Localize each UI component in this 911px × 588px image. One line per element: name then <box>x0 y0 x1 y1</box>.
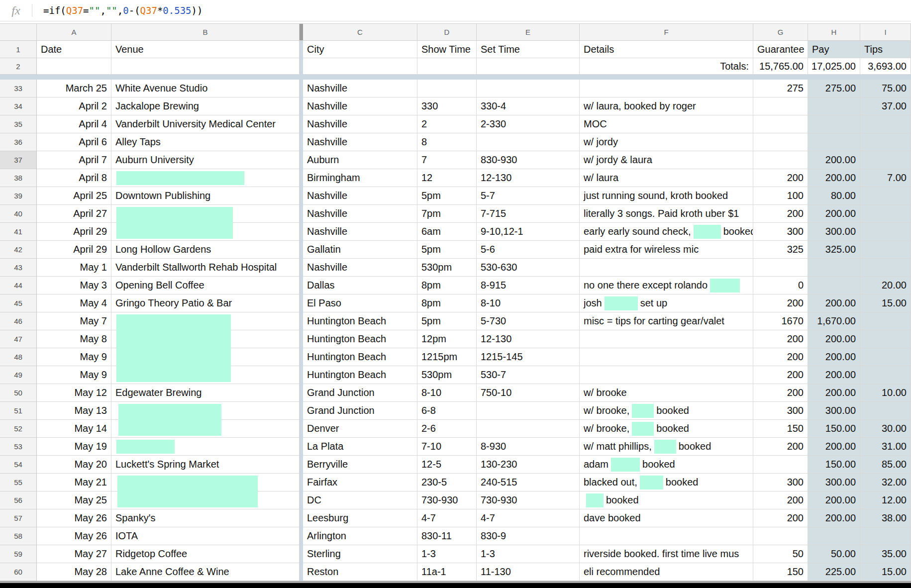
cell-A53[interactable]: May 19 <box>37 438 111 456</box>
cell-F41[interactable]: early early sound check,booked <box>580 223 753 241</box>
cell-H56[interactable]: 200.00 <box>808 491 860 509</box>
cell-F40[interactable]: literally 3 songs. Paid kroth uber $1 <box>580 205 753 223</box>
row-header-33[interactable]: 33 <box>0 80 37 98</box>
field-header-date[interactable]: Date <box>37 41 111 58</box>
cell-E50[interactable]: 750-10 <box>477 384 580 402</box>
cell-B34[interactable]: Jackalope Brewing <box>111 98 300 115</box>
cell-F58[interactable] <box>580 527 753 545</box>
row-header-50[interactable]: 50 <box>0 384 37 402</box>
cell-I46[interactable] <box>860 312 911 330</box>
cell-I55[interactable]: 32.00 <box>860 474 911 491</box>
cell-D40[interactable]: 7pm <box>417 205 477 223</box>
cell-C56[interactable]: DC <box>303 491 417 509</box>
cell-H40[interactable]: 200.00 <box>808 205 860 223</box>
cell-E38[interactable]: 12-130 <box>477 169 580 187</box>
row-header-51[interactable]: 51 <box>0 402 37 420</box>
row-header-36[interactable]: 36 <box>0 133 37 151</box>
cell-F54[interactable]: adambooked <box>580 456 753 474</box>
cell-G51[interactable]: 300 <box>753 402 808 420</box>
cell-D55[interactable]: 230-5 <box>417 474 477 491</box>
cell-G47[interactable]: 200 <box>753 330 808 348</box>
cell-B2[interactable] <box>111 58 300 75</box>
cell-E37[interactable]: 830-930 <box>477 151 580 169</box>
cell-G43[interactable] <box>753 259 808 277</box>
cell-I58[interactable] <box>860 527 911 545</box>
cell-F51[interactable]: w/ brooke,booked <box>580 402 753 420</box>
field-header-venue[interactable]: Venue <box>111 41 300 58</box>
cell-C54[interactable]: Berryville <box>303 456 417 474</box>
cell-D42[interactable]: 5pm <box>417 241 477 259</box>
cell-I59[interactable]: 35.00 <box>860 545 911 563</box>
cell-E33[interactable] <box>477 80 580 98</box>
cell-I37[interactable] <box>860 151 911 169</box>
cell-C40[interactable]: Nashville <box>303 205 417 223</box>
field-header-show[interactable]: Show Time <box>417 41 477 58</box>
cell-C51[interactable]: Grand Junction <box>303 402 417 420</box>
cell-F35[interactable]: MOC <box>580 115 753 133</box>
row-header-47[interactable]: 47 <box>0 330 37 348</box>
cell-C57[interactable]: Leesburg <box>303 509 417 527</box>
row-header-49[interactable]: 49 <box>0 366 37 384</box>
cell-H42[interactable]: 325.00 <box>808 241 860 259</box>
cell-D36[interactable]: 8 <box>417 133 477 151</box>
cell-C37[interactable]: Auburn <box>303 151 417 169</box>
cell-H54[interactable]: 150.00 <box>808 456 860 474</box>
cell-F46[interactable]: misc = tips for carting gear/valet <box>580 312 753 330</box>
cell-F57[interactable]: dave booked <box>580 509 753 527</box>
totals-pay[interactable]: 17,025.00 <box>808 58 860 75</box>
cell-E59[interactable]: 1-3 <box>477 545 580 563</box>
cell-D49[interactable]: 530pm <box>417 366 477 384</box>
cell-I53[interactable]: 31.00 <box>860 438 911 456</box>
cell-E60[interactable]: 11-130 <box>477 563 580 581</box>
cell-G42[interactable]: 325 <box>753 241 808 259</box>
cell-C34[interactable]: Nashville <box>303 98 417 115</box>
cell-F53[interactable]: w/ matt phillips,booked <box>580 438 753 456</box>
cell-D33[interactable] <box>417 80 477 98</box>
cell-I34[interactable]: 37.00 <box>860 98 911 115</box>
cell-F45[interactable]: joshset up <box>580 294 753 312</box>
cell-D58[interactable]: 830-11 <box>417 527 477 545</box>
cell-B57[interactable]: Spanky's <box>111 509 300 527</box>
cell-G60[interactable]: 150 <box>753 563 808 581</box>
cell-D46[interactable]: 5pm <box>417 312 477 330</box>
row-header-55[interactable]: 55 <box>0 474 37 491</box>
cell-B37[interactable]: Auburn University <box>111 151 300 169</box>
cell-B59[interactable]: Ridgetop Coffee <box>111 545 300 563</box>
cell-D54[interactable]: 12-5 <box>417 456 477 474</box>
cell-C53[interactable]: La Plata <box>303 438 417 456</box>
cell-D38[interactable]: 12 <box>417 169 477 187</box>
cell-I33[interactable]: 75.00 <box>860 80 911 98</box>
cell-B54[interactable]: Luckett's Spring Market <box>111 456 300 474</box>
cell-E43[interactable]: 530-630 <box>477 259 580 277</box>
cell-G57[interactable]: 200 <box>753 509 808 527</box>
row-header-53[interactable]: 53 <box>0 438 37 456</box>
cell-F43[interactable] <box>580 259 753 277</box>
cell-G48[interactable]: 200 <box>753 348 808 366</box>
row-header-37[interactable]: 37 <box>0 151 37 169</box>
cell-B45[interactable]: Gringo Theory Patio & Bar <box>111 294 300 312</box>
cell-E58[interactable]: 830-9 <box>477 527 580 545</box>
cell-E40[interactable]: 7-715 <box>477 205 580 223</box>
cell-H35[interactable] <box>808 115 860 133</box>
cell-B51[interactable] <box>111 402 300 420</box>
cell-A38[interactable]: April 8 <box>37 169 111 187</box>
row-header-46[interactable]: 46 <box>0 312 37 330</box>
cell-I49[interactable] <box>860 366 911 384</box>
row-header-57[interactable]: 57 <box>0 509 37 527</box>
cell-I41[interactable] <box>860 223 911 241</box>
cell-F38[interactable]: w/ laura <box>580 169 753 187</box>
cell-G39[interactable]: 100 <box>753 187 808 205</box>
cell-H50[interactable]: 200.00 <box>808 384 860 402</box>
cell-H59[interactable]: 50.00 <box>808 545 860 563</box>
cell-F56[interactable]: booked <box>580 491 753 509</box>
cell-D41[interactable]: 6am <box>417 223 477 241</box>
cell-C55[interactable]: Fairfax <box>303 474 417 491</box>
cell-D52[interactable]: 2-6 <box>417 420 477 438</box>
cell-F48[interactable] <box>580 348 753 366</box>
cell-A36[interactable]: April 6 <box>37 133 111 151</box>
cell-C52[interactable]: Denver <box>303 420 417 438</box>
cell-H52[interactable]: 150.00 <box>808 420 860 438</box>
cell-E54[interactable]: 130-230 <box>477 456 580 474</box>
field-header-guarantee[interactable]: Guarantee <box>753 41 808 58</box>
cell-B38[interactable] <box>111 169 300 187</box>
